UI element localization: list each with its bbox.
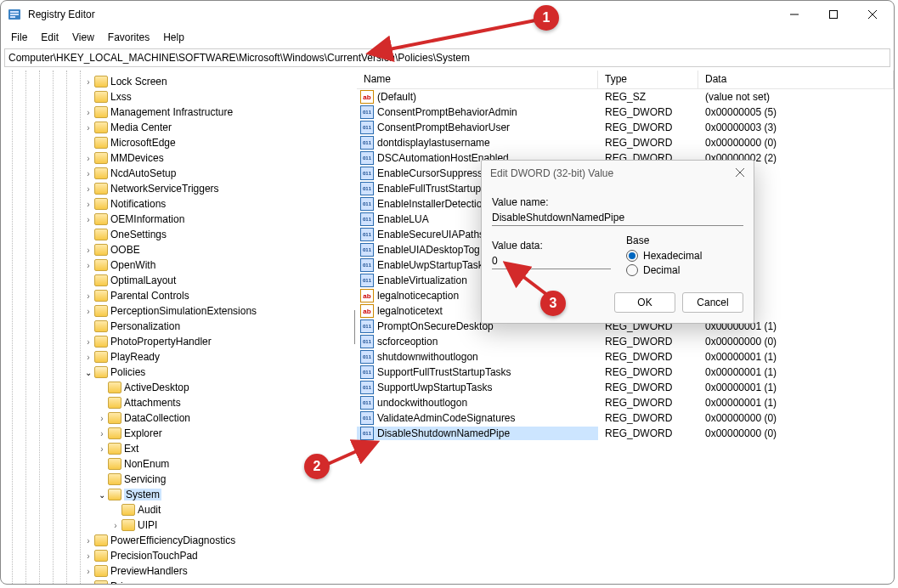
chevron-icon[interactable]: › [96, 414, 108, 423]
chevron-icon[interactable]: › [82, 77, 94, 87]
menu-help[interactable]: Help [156, 30, 191, 45]
tree-node[interactable]: ›Parental Controls [1, 288, 353, 303]
value-row[interactable]: shutdownwithoutlogonREG_DWORD0x00000001 … [357, 349, 894, 365]
tree-node[interactable]: ›PerceptionSimulationExtensions [1, 303, 353, 319]
tree-node[interactable]: NonEnum [1, 456, 353, 472]
tree-node[interactable]: ›PowerEfficiencyDiagnostics [1, 533, 353, 548]
tree-node[interactable]: Servicing [1, 472, 353, 487]
tree-node[interactable]: ›Ext [1, 441, 353, 456]
chevron-icon[interactable]: › [82, 307, 94, 316]
tree-node-label: Explorer [124, 427, 162, 439]
tree-node[interactable]: ›Media Center [1, 120, 353, 135]
close-button[interactable] [853, 1, 892, 28]
splitter[interactable] [353, 71, 357, 584]
dialog-title[interactable]: Edit DWORD (32-bit) Value [482, 161, 754, 186]
tree-node[interactable]: ›Explorer [1, 426, 353, 441]
tree-node[interactable]: ›Lock Screen [1, 74, 353, 89]
chevron-icon[interactable]: › [96, 429, 108, 438]
value-data-field[interactable] [492, 253, 611, 269]
chevron-icon[interactable]: › [82, 567, 94, 576]
chevron-icon[interactable]: › [82, 353, 94, 362]
address-bar[interactable]: Computer\HKEY_LOCAL_MACHINE\SOFTWARE\Mic… [4, 48, 890, 67]
value-type: REG_DWORD [598, 351, 698, 363]
menu-favorites[interactable]: Favorites [101, 30, 156, 45]
tree-node[interactable]: ›PlayReady [1, 349, 353, 365]
tree-node[interactable]: Audit [1, 502, 353, 517]
chevron-icon[interactable]: › [82, 582, 94, 585]
value-row[interactable]: SupportFullTrustStartupTasksREG_DWORD0x0… [357, 365, 894, 380]
tree-node[interactable]: ›DataCollection [1, 410, 353, 426]
chevron-icon[interactable]: ⌄ [82, 368, 94, 377]
tree-node-label: PrecisionTouchPad [110, 550, 198, 562]
chevron-icon[interactable]: › [82, 246, 94, 255]
tree-node[interactable]: ›NetworkServiceTriggers [1, 181, 353, 196]
chevron-icon[interactable]: › [82, 108, 94, 117]
dialog-close-button[interactable] [731, 164, 748, 181]
tree-node[interactable]: ›OEMInformation [1, 212, 353, 227]
tree-node[interactable]: ›UIPI [1, 517, 353, 533]
chevron-icon[interactable]: › [82, 291, 94, 301]
tree-node[interactable]: ›OpenWith [1, 257, 353, 273]
tree-node[interactable]: Personalization [1, 319, 353, 334]
tree-node[interactable]: Attachments [1, 395, 353, 410]
tree-node[interactable]: ›Notifications [1, 196, 353, 212]
minimize-button[interactable] [775, 1, 814, 28]
value-row[interactable]: ValidateAdminCodeSignaturesREG_DWORD0x00… [357, 410, 894, 426]
value-row[interactable]: ConsentPromptBehaviorUserREG_DWORD0x0000… [357, 120, 894, 135]
tree-pane[interactable]: ›Lock ScreenLxss›Management Infrastructu… [1, 71, 353, 584]
tree-node[interactable]: ⌄Policies [1, 365, 353, 380]
tree-node[interactable]: Lxss [1, 89, 353, 105]
value-row[interactable]: DisableShutdownNamedPipeREG_DWORD0x00000… [357, 426, 894, 441]
maximize-button[interactable] [814, 1, 853, 28]
menu-edit[interactable]: Edit [34, 30, 65, 45]
chevron-icon[interactable]: › [82, 261, 94, 270]
chevron-icon[interactable]: › [82, 215, 94, 224]
value-name-field[interactable] [492, 210, 743, 226]
tree-node[interactable]: ActiveDesktop [1, 380, 353, 395]
chevron-icon[interactable]: › [82, 184, 94, 194]
ok-button[interactable]: OK [614, 292, 675, 313]
chevron-icon[interactable]: › [82, 337, 94, 347]
value-name: EnableFullTrustStartup [377, 183, 481, 195]
radio-hexadecimal[interactable]: Hexadecimal [626, 250, 743, 262]
tree-node[interactable]: ›PrecisionTouchPad [1, 548, 353, 563]
tree-node[interactable]: ›PreviewHandlers [1, 563, 353, 579]
tree-node[interactable]: OptimalLayout [1, 273, 353, 288]
chevron-icon[interactable]: › [82, 169, 94, 178]
cancel-button[interactable]: Cancel [682, 292, 743, 313]
tree-node-label: OOBE [110, 244, 140, 256]
chevron-icon[interactable]: › [110, 521, 121, 530]
chevron-icon[interactable]: ⌄ [96, 490, 108, 500]
tree-node[interactable]: ›NcdAutoSetup [1, 166, 353, 181]
tree-node[interactable]: ›OOBE [1, 242, 353, 257]
chevron-icon[interactable]: › [96, 444, 108, 454]
header-data[interactable]: Data [698, 71, 894, 88]
tree-node[interactable]: OneSettings [1, 227, 353, 242]
value-data: 0x00000001 (1) [698, 351, 894, 363]
titlebar[interactable]: Registry Editor [1, 1, 894, 28]
value-row[interactable]: (Default)REG_SZ(value not set) [357, 89, 894, 105]
tree-node[interactable]: MicrosoftEdge [1, 135, 353, 150]
tree-node[interactable]: ›PhotoPropertyHandler [1, 334, 353, 349]
value-row[interactable]: dontdisplaylastusernameREG_DWORD0x000000… [357, 135, 894, 150]
header-name[interactable]: Name [357, 71, 598, 88]
tree-node[interactable]: ›Management Infrastructure [1, 105, 353, 120]
chevron-icon[interactable]: › [82, 536, 94, 546]
annotation-marker-2: 2 [304, 454, 330, 479]
value-row[interactable]: undockwithoutlogonREG_DWORD0x00000001 (1… [357, 395, 894, 410]
tree-node[interactable]: ⌄System [1, 487, 353, 502]
list-header[interactable]: Name Type Data [357, 71, 894, 89]
value-row[interactable]: SupportUwpStartupTasksREG_DWORD0x0000000… [357, 380, 894, 395]
value-row[interactable]: scforceoptionREG_DWORD0x00000000 (0) [357, 334, 894, 349]
menu-file[interactable]: File [4, 30, 34, 45]
chevron-icon[interactable]: › [82, 123, 94, 133]
chevron-icon[interactable]: › [82, 154, 94, 163]
menu-view[interactable]: View [65, 30, 101, 45]
radio-decimal[interactable]: Decimal [626, 264, 743, 276]
tree-node[interactable]: ›MMDevices [1, 150, 353, 166]
value-row[interactable]: ConsentPromptBehaviorAdminREG_DWORD0x000… [357, 105, 894, 120]
header-type[interactable]: Type [598, 71, 698, 88]
chevron-icon[interactable]: › [82, 200, 94, 209]
tree-node[interactable]: ›Privacy [1, 579, 353, 584]
chevron-icon[interactable]: › [82, 551, 94, 561]
